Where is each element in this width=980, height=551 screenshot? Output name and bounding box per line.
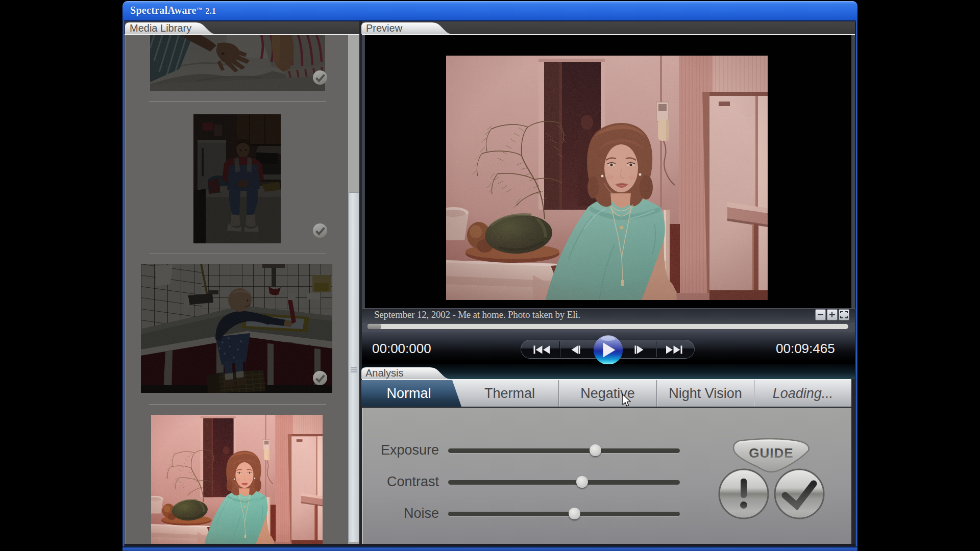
svg-text:Analysis: Analysis xyxy=(365,367,403,379)
svg-text:Preview: Preview xyxy=(366,22,403,34)
svg-text:GUIDE: GUIDE xyxy=(749,445,793,461)
svg-text:Media Library: Media Library xyxy=(130,22,191,34)
